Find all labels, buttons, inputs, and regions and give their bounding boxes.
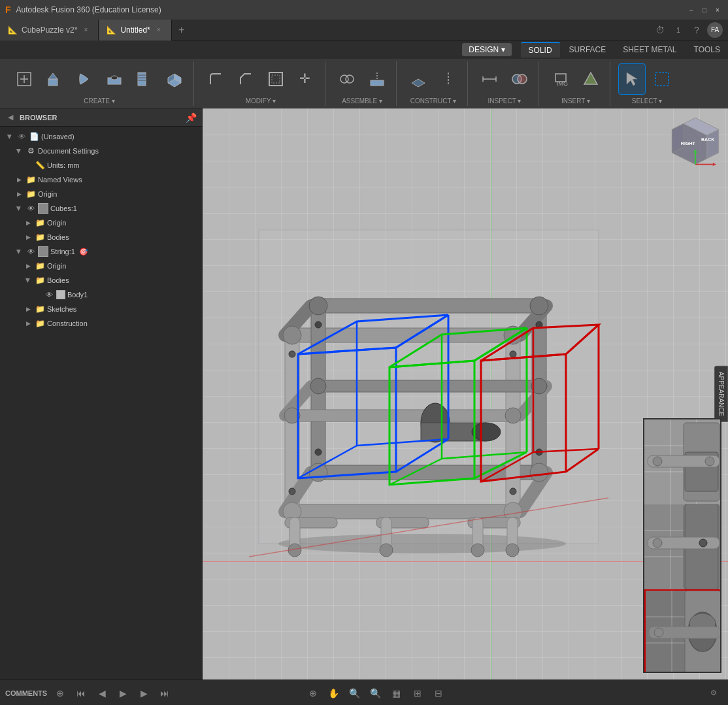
- tree-item-root[interactable]: ▶ 👁 📄 (Unsaved): [0, 129, 202, 144]
- tab-cube-puzzle[interactable]: 📐 CubePuzzle v2* ×: [0, 20, 99, 41]
- tree-item-units[interactable]: ▶ 📏 Units: mm: [0, 158, 202, 172]
- grid-snap-btn[interactable]: ⊟: [429, 684, 448, 702]
- app-title: Autodesk Fusion 360 (Education License): [16, 5, 161, 14]
- tree-item-string-bodies[interactable]: ▶ 📁 Bodies: [0, 273, 202, 287]
- select-btn[interactable]: [618, 63, 646, 95]
- grid-btn[interactable]: ⊞: [408, 684, 427, 702]
- nav-play-btn[interactable]: ▶: [115, 685, 131, 701]
- measure-btn[interactable]: [476, 63, 503, 95]
- box-btn[interactable]: [161, 63, 188, 95]
- tab-cube-close[interactable]: ×: [81, 25, 90, 35]
- assemble-label[interactable]: ASSEMBLE ▾: [342, 97, 382, 106]
- shell-btn[interactable]: [262, 63, 290, 95]
- assemble-icons: [333, 61, 391, 97]
- tree-item-cubes[interactable]: ▶ 👁 Cubes:1: [0, 201, 202, 216]
- tab-cube-label: CubePuzzle v2*: [22, 25, 77, 35]
- move-btn[interactable]: ✛: [292, 63, 320, 95]
- zoom-btn[interactable]: 🔍: [346, 684, 364, 702]
- tab-help-btn[interactable]: ?: [689, 22, 704, 38]
- tree-item-string-origin[interactable]: ▶ 📁 Origin: [0, 259, 202, 273]
- browser-header: ◀ BROWSER 📌: [0, 108, 202, 127]
- tree-item-construction[interactable]: ▶ 📁 Construction: [0, 316, 202, 331]
- toolbar-tab-sheet-metal[interactable]: SHEET METAL: [615, 42, 684, 57]
- tab-user-btn[interactable]: FA: [707, 22, 723, 38]
- fillet-btn[interactable]: [202, 63, 229, 95]
- tree-arrow-doc-settings: ▶: [14, 146, 24, 156]
- window-select-btn[interactable]: [648, 63, 676, 95]
- shell-icon: [267, 70, 285, 88]
- maximize-btn[interactable]: □: [699, 5, 710, 15]
- tree-item-origin-root[interactable]: ▶ 📁 Origin: [0, 187, 202, 201]
- modify-label[interactable]: MODIFY ▾: [246, 97, 276, 106]
- construct-label[interactable]: CONSTRUCT ▾: [410, 97, 456, 106]
- nav-next-btn[interactable]: ▶: [136, 685, 152, 701]
- tree-item-sketches[interactable]: ▶ 📁 Sketches: [0, 302, 202, 316]
- eye-icon-body1[interactable]: 👁: [44, 289, 54, 300]
- appearance-panel-tab[interactable]: APPEARANCE: [714, 366, 728, 422]
- extrude-btn[interactable]: [41, 63, 68, 95]
- tab-history-btn[interactable]: ⏱: [652, 22, 668, 38]
- minimize-btn[interactable]: −: [686, 5, 697, 15]
- orbit-btn[interactable]: ⊕: [304, 684, 322, 702]
- title-bar: F Autodesk Fusion 360 (Education License…: [0, 0, 728, 20]
- pan-btn[interactable]: ✋: [325, 684, 343, 702]
- tree-item-cubes-origin[interactable]: ▶ 📁 Origin: [0, 216, 202, 230]
- create-label[interactable]: CREATE ▾: [84, 97, 115, 106]
- tree-item-doc-settings[interactable]: ▶ ⚙ Document Settings: [0, 144, 202, 158]
- new-tab-btn[interactable]: +: [172, 20, 191, 40]
- nav-prev-btn[interactable]: ◀: [94, 685, 110, 701]
- construct-plane-btn[interactable]: [405, 63, 432, 95]
- nav-cube[interactable]: RIGHT BACK: [669, 115, 721, 167]
- toolbar-tab-solid[interactable]: SOLID: [521, 42, 560, 57]
- nav-next-end-btn[interactable]: ⏭: [157, 685, 173, 701]
- construct-axis-btn[interactable]: [435, 63, 462, 95]
- construct-icons: [405, 61, 462, 97]
- select-label[interactable]: SELECT ▾: [632, 97, 663, 106]
- svg-marker-21: [412, 79, 425, 87]
- browser-pin-btn[interactable]: 📌: [186, 112, 197, 123]
- toolbar-tab-tools[interactable]: TOOLS: [686, 42, 728, 57]
- tree-item-string[interactable]: ▶ 👁 String:1 🎯: [0, 244, 202, 259]
- insert-canvas-btn[interactable]: IMG: [547, 63, 574, 95]
- svg-point-71: [315, 449, 322, 455]
- toolbar-tab-surface[interactable]: SURFACE: [561, 42, 614, 57]
- revolve-btn[interactable]: [71, 63, 98, 95]
- main-area: ◀ BROWSER 📌 ▶ 👁 📄 (Unsaved) ▶ ⚙ Document…: [0, 108, 728, 680]
- assemble-joint-btn[interactable]: [333, 63, 361, 95]
- tree-arrow-cubes-origin: ▶: [24, 218, 33, 227]
- svg-point-64: [472, 423, 501, 441]
- comments-expand-btn[interactable]: ⊕: [52, 685, 68, 701]
- close-btn[interactable]: ×: [712, 5, 723, 15]
- hole-btn[interactable]: [101, 63, 128, 95]
- zoom-window-btn[interactable]: 🔍: [367, 684, 385, 702]
- tab-untitled-close[interactable]: ×: [154, 25, 163, 35]
- nav-prev-start-btn[interactable]: ⏮: [73, 685, 89, 701]
- assemble-origin-btn[interactable]: [363, 63, 391, 95]
- settings-btn[interactable]: ⚙: [704, 684, 723, 702]
- eye-icon-string[interactable]: 👁: [25, 246, 36, 257]
- window-controls: − □ ×: [686, 5, 723, 15]
- insert-icons: IMG: [547, 61, 604, 97]
- viewport[interactable]: RIGHT BACK APPEARANCE: [203, 108, 728, 680]
- tree-item-body1[interactable]: ▶ 👁 Body1: [0, 287, 202, 302]
- inspect-label[interactable]: INSPECT ▾: [488, 97, 521, 106]
- insert-decal-btn[interactable]: [577, 63, 604, 95]
- thread-icon: [135, 70, 154, 88]
- chamfer-btn[interactable]: [232, 63, 259, 95]
- browser-panel: ◀ BROWSER 📌 ▶ 👁 📄 (Unsaved) ▶ ⚙ Document…: [0, 108, 203, 680]
- tree-item-named-views[interactable]: ▶ 📁 Named Views: [0, 172, 202, 187]
- browser-collapse-btn[interactable]: ◀: [5, 112, 16, 123]
- thread-btn[interactable]: [131, 63, 158, 95]
- tree-label-origin-root: Origin: [38, 190, 57, 198]
- tree-label-cubes-origin: Origin: [47, 219, 66, 227]
- tab-untitled[interactable]: 📐 Untitled* ×: [99, 20, 171, 41]
- display-mode-btn[interactable]: ▦: [388, 684, 406, 702]
- insert-label[interactable]: INSERT ▾: [561, 97, 590, 106]
- design-mode-btn[interactable]: DESIGN ▾: [462, 43, 511, 56]
- eye-icon-cubes[interactable]: 👁: [25, 203, 36, 214]
- tree-item-cubes-bodies[interactable]: ▶ 📁 Bodies: [0, 230, 202, 244]
- interference-btn[interactable]: [506, 63, 533, 95]
- new-component-btn[interactable]: [10, 63, 38, 95]
- toolbar-group-construct: CONSTRUCT ▾: [399, 61, 468, 106]
- tree-label-named-views: Named Views: [38, 176, 82, 184]
